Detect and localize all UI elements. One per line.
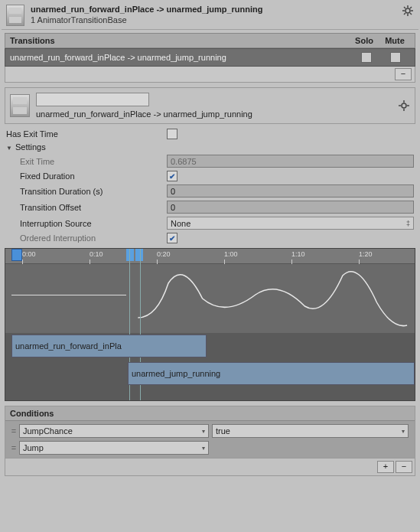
condition-row[interactable]: = Jump [7, 439, 413, 456]
transition-item-name: unarmed_run_forward_inPlace -> unarmed_j… [10, 53, 352, 62]
transition-duration-label: Transition Duration (s) [6, 187, 167, 196]
svg-line-8 [410, 7, 412, 8]
transition-list-item[interactable]: unarmed_run_forward_inPlace -> unarmed_j… [5, 48, 415, 67]
drag-handle-icon[interactable]: = [8, 443, 19, 452]
tick-label: 0:00 [22, 249, 36, 258]
interruption-source-label: Interruption Source [6, 219, 167, 228]
ordered-interruption-label: Ordered Interruption [6, 233, 167, 243]
condition-parameter-dropdown[interactable]: JumpChance [19, 424, 209, 438]
gear-icon[interactable] [398, 100, 410, 112]
transitions-list-header: Transitions Solo Mute [5, 33, 415, 48]
selected-transition-label: unarmed_run_forward_inPlace -> unarmed_j… [36, 109, 393, 119]
svg-line-5 [404, 7, 405, 8]
svg-line-6 [410, 13, 412, 15]
transition-name-input[interactable] [36, 93, 149, 106]
transition-title: unarmed_run_forward_inPlace -> unarmed_j… [31, 5, 402, 14]
transition-timeline[interactable]: 0:00 0:10 0:20 1:00 1:10 1:20 unarmed_ru… [5, 248, 415, 401]
transition-duration-field[interactable] [167, 184, 414, 197]
exit-time-field[interactable] [167, 155, 414, 168]
tick-label: 0:20 [157, 249, 171, 258]
gear-icon[interactable] [402, 5, 414, 17]
selected-transition-panel: unarmed_run_forward_inPlace -> unarmed_j… [5, 87, 415, 124]
inspector-header: unarmed_run_forward_inPlace -> unarmed_j… [2, 2, 418, 30]
conditions-header: Conditions [5, 406, 415, 421]
transitions-list-footer: − [5, 67, 415, 83]
blend-in-marker[interactable] [126, 249, 134, 261]
settings-foldout[interactable]: Settings [2, 141, 418, 153]
transition-offset-field[interactable] [167, 201, 414, 214]
tick-label: 1:00 [224, 249, 238, 258]
interruption-source-dropdown[interactable]: None [167, 217, 414, 230]
solo-column-label: Solo [349, 36, 379, 45]
mute-checkbox[interactable] [390, 52, 401, 63]
curve-preview [5, 264, 415, 333]
add-condition-button[interactable]: + [377, 461, 394, 473]
tick-label: 1:20 [359, 249, 373, 258]
condition-parameter-dropdown[interactable]: Jump [19, 441, 209, 455]
blend-out-marker[interactable] [135, 249, 143, 261]
transitions-label: Transitions [10, 36, 349, 45]
transition-subtitle: 1 AnimatorTransitionBase [31, 15, 402, 24]
has-exit-time-label: Has Exit Time [6, 129, 167, 139]
tick-label: 1:10 [291, 249, 305, 258]
condition-value-dropdown[interactable]: true [212, 424, 409, 438]
has-exit-time-checkbox[interactable] [167, 129, 177, 139]
remove-transition-button[interactable]: − [395, 68, 412, 80]
source-clip-bar[interactable]: unarmed_run_forward_inPla [11, 335, 207, 357]
svg-point-0 [405, 8, 410, 13]
destination-clip-bar[interactable]: unarmed_jump_running [128, 362, 415, 385]
tick-label: 0:10 [90, 249, 103, 258]
condition-row[interactable]: = JumpChance true [7, 423, 413, 439]
transition-icon [6, 5, 24, 26]
ordered-interruption-checkbox[interactable]: ✔ [167, 233, 177, 243]
exit-time-label: Exit Time [6, 157, 167, 166]
fixed-duration-checkbox[interactable]: ✔ [167, 171, 177, 181]
fixed-duration-label: Fixed Duration [6, 171, 167, 181]
timeline-ruler[interactable]: 0:00 0:10 0:20 1:00 1:10 1:20 [5, 249, 415, 264]
svg-line-7 [404, 13, 405, 15]
conditions-panel: Conditions = JumpChance true = Jump + − [5, 406, 415, 476]
conditions-footer: + − [5, 458, 415, 475]
mute-column-label: Mute [379, 36, 410, 45]
transition-icon [10, 94, 30, 117]
solo-checkbox[interactable] [361, 52, 372, 63]
transition-offset-label: Transition Offset [6, 203, 167, 212]
remove-condition-button[interactable]: − [396, 461, 412, 473]
drag-handle-icon[interactable]: = [8, 426, 19, 436]
svg-point-9 [402, 103, 406, 108]
playhead-marker[interactable] [11, 249, 22, 261]
